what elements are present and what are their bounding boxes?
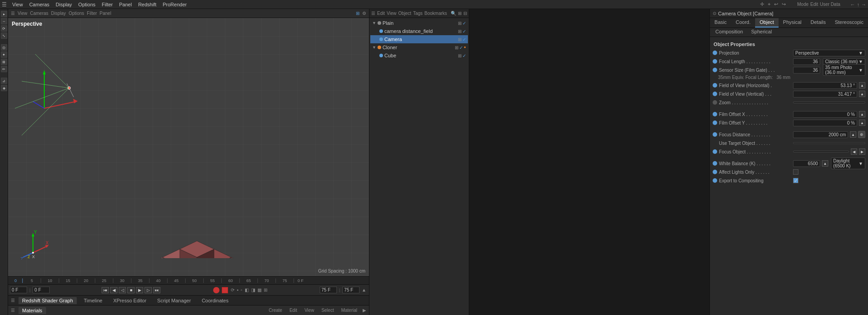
mat-arrow[interactable]: ▶ (363, 308, 366, 313)
redo-icon[interactable]: ↪ (782, 1, 786, 7)
viewport-panel-label[interactable]: Panel (100, 11, 112, 16)
playback-icon-1[interactable]: ▪ (237, 287, 239, 292)
playback-icon-4[interactable]: ◨ (251, 287, 255, 292)
menu-redshift[interactable]: Redshift (135, 1, 159, 8)
prop-bullet-projection[interactable] (713, 51, 717, 55)
menu-panel[interactable]: Panel (117, 1, 135, 8)
prop-value-film-offset-x[interactable]: 0 % (793, 111, 857, 118)
menu-cameras[interactable]: Cameras (27, 1, 52, 8)
playback-icon-3[interactable]: ◧ (245, 287, 249, 292)
tab-stereoscopic[interactable]: Stereoscopic (830, 18, 868, 28)
prop-value-fov-h[interactable]: 53.13 ° (793, 82, 857, 89)
tab-basic[interactable]: Basic (710, 18, 731, 28)
mat-material[interactable]: Material (341, 308, 357, 313)
materials-menu-icon[interactable]: ☰ (11, 308, 15, 313)
playback-icon-6[interactable]: ⊞ (264, 287, 267, 292)
tab-physical[interactable]: Physical (779, 18, 806, 28)
prop-bullet-white-balance[interactable] (713, 161, 717, 166)
menu-prorender[interactable]: ProRender (160, 1, 189, 8)
undo-icon[interactable]: ↩ (774, 1, 778, 7)
mat-create[interactable]: Create (269, 308, 282, 313)
tool-icon-1[interactable]: ▸ (1, 11, 7, 17)
tab-coord[interactable]: Coord. (731, 18, 755, 28)
menu-view[interactable]: View (9, 1, 26, 8)
prop-stepper-film-offset-x[interactable]: ▲ (859, 111, 865, 117)
viewport-icon-2[interactable]: ⚙ (362, 11, 366, 16)
prop-value-sensor-size[interactable]: 36 (793, 67, 820, 74)
prop-stepper-film-offset-y[interactable]: ▲ (859, 120, 865, 126)
playback-icon-2[interactable]: ▫ (241, 287, 243, 292)
tree-item-plain[interactable]: ▼ Plain ⊞ ✓ (370, 19, 468, 27)
prop-value-focus-distance[interactable]: 2000 cm (793, 131, 848, 138)
prop-bullet-film-offset-y[interactable] (713, 120, 717, 125)
prop-bullet-export-compositing[interactable] (713, 178, 717, 183)
prop-checkbox-affect-lights[interactable] (793, 169, 798, 175)
menu-display[interactable]: Display (53, 1, 75, 8)
materials-tab[interactable]: Materials (19, 307, 46, 314)
nav-back-icon[interactable]: ← (850, 2, 855, 7)
record-btn[interactable] (213, 287, 219, 293)
viewport-view-label[interactable]: View (18, 11, 28, 16)
viewport-display-label[interactable]: Display (51, 11, 66, 16)
mat-view[interactable]: View (304, 308, 314, 313)
play-btn[interactable]: ▶ (136, 287, 143, 293)
tool-icon-10[interactable]: ◈ (1, 85, 7, 91)
scene-object-label[interactable]: Object (398, 11, 411, 16)
scene-edit-label[interactable]: Edit (377, 11, 385, 16)
scene-bookmarks-label[interactable]: Bookmarks (425, 11, 447, 16)
subtab-composition[interactable]: Composition (712, 28, 747, 37)
prop-stepper-focus-obj-prev[interactable]: ◀ (851, 148, 857, 155)
prop-stepper-focus-obj-next[interactable]: ▶ (859, 148, 865, 155)
prop-value-focal-length[interactable]: 36 (793, 58, 820, 65)
prop-bullet-fov-h[interactable] (713, 83, 717, 88)
prop-link-focus-distance[interactable]: ⊕ (858, 131, 865, 138)
menu-filter[interactable]: Filter (99, 1, 115, 8)
viewport-options-label[interactable]: Options (69, 11, 84, 16)
tab-script-manager[interactable]: Script Manager (154, 297, 195, 304)
tab-details[interactable]: Details (806, 18, 831, 28)
mat-select[interactable]: Select (322, 308, 334, 313)
viewport-cameras-label[interactable]: Cameras (30, 11, 49, 16)
prop-stepper-focus-distance[interactable]: ▲ (850, 131, 856, 138)
play-reverse-btn[interactable]: ◁ (119, 287, 126, 293)
scene-view-label[interactable]: View (387, 11, 397, 16)
prop-bullet-sensor-size[interactable] (713, 68, 717, 72)
nav-up-icon[interactable]: ↑ (857, 2, 860, 7)
tool-icon-6[interactable]: ✦ (1, 51, 7, 58)
prop-value-fov-v[interactable]: 31.417 ° (793, 91, 857, 97)
prop-bullet-focus-object[interactable] (713, 149, 717, 154)
prop-dropdown-sensor-size[interactable]: 35 mm Photo (36.0 mm) ▼ (823, 64, 865, 76)
scene-menu-icon[interactable]: ☰ (371, 11, 375, 16)
playback-icon-5[interactable]: ▦ (257, 287, 261, 292)
prop-bullet-focus-distance[interactable] (713, 132, 717, 137)
tree-item-cloner[interactable]: ▼ Cloner ⊞ ✓ ● (370, 43, 468, 51)
fps-input[interactable] (342, 287, 359, 293)
stop-btn[interactable]: ■ (127, 287, 135, 293)
prop-dropdown-projection[interactable]: Perspective ▼ (793, 50, 865, 56)
menu-options[interactable]: Options (75, 1, 98, 8)
end-frame-input[interactable] (320, 287, 337, 293)
goto-start-btn[interactable]: ⏮ (102, 287, 109, 293)
tree-item-camera-distance[interactable]: camera distance_field ⊞ ✓ (370, 27, 468, 35)
tab-coordinates[interactable]: Coordinates (198, 297, 232, 304)
start-frame-input[interactable] (33, 287, 50, 293)
goto-end-btn[interactable]: ⏭ (153, 287, 160, 293)
prop-stepper-wb[interactable]: ▲ (822, 160, 828, 167)
tool-icon-8[interactable]: ✏ (1, 66, 7, 72)
tree-item-cube[interactable]: Cube ⊞ ✓ (370, 51, 468, 60)
prop-bullet-film-offset-x[interactable] (713, 112, 717, 116)
tab-xpresso-editor[interactable]: XPresso Editor (110, 297, 150, 304)
prev-frame-btn[interactable]: ◀ (110, 287, 117, 293)
next-frame-btn[interactable]: ▷ (145, 287, 152, 293)
scene-filter-icon[interactable]: ⊞ (458, 11, 462, 16)
tool-icon-4[interactable]: ⤡ (1, 32, 7, 39)
viewport-icon-1[interactable]: ⊞ (356, 11, 359, 16)
tab-timeline[interactable]: Timeline (80, 297, 106, 304)
prop-dropdown-white-balance[interactable]: Daylight (6500 K) ▼ (831, 158, 865, 169)
tree-item-camera[interactable]: Camera ⊞ ✓ (370, 35, 468, 43)
prop-value-film-offset-y[interactable]: 0 % (793, 120, 857, 126)
scene-tags-label[interactable]: Tags (413, 11, 423, 16)
nav-forward-icon[interactable]: → (861, 2, 866, 7)
scene-search-icon[interactable]: 🔍 (451, 11, 456, 16)
shader-bar-menu-icon[interactable]: ☰ (11, 298, 15, 303)
